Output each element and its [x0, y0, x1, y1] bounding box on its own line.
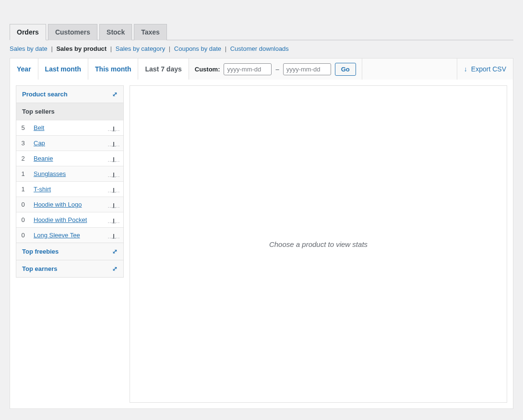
range-last-7-days[interactable]: Last 7 days — [138, 58, 189, 80]
date-range-bar: Year Last month This month Last 7 days C… — [10, 58, 513, 80]
product-link[interactable]: Long Sleeve Tee — [34, 232, 80, 239]
placeholder-text: Choose a product to view stats — [269, 240, 368, 248]
sparkline-icon — [104, 151, 123, 166]
top-sellers-label: Top sellers — [22, 108, 55, 115]
report-subnav: Sales by date | Sales by product | Sales… — [10, 45, 513, 52]
row-product: Hoodie with Pocket — [30, 212, 104, 228]
product-search-section[interactable]: Product search ⤢ — [16, 86, 123, 103]
top-freebies-section[interactable]: Top freebies ⤢ — [16, 243, 123, 260]
main-tabs: Orders Customers Stock Taxes — [10, 24, 513, 40]
date-dash: – — [275, 66, 279, 73]
row-count: 3 — [16, 136, 30, 151]
export-csv[interactable]: ↓ Export CSV — [457, 58, 513, 80]
product-link[interactable]: Hoodie with Pocket — [34, 216, 87, 223]
link-sales-by-category[interactable]: Sales by category — [116, 45, 165, 52]
report-sidebar: Product search ⤢ Top sellers 5Belt3Cap2B… — [16, 85, 124, 278]
sparkline-icon — [104, 136, 123, 151]
date-to-input[interactable] — [283, 63, 331, 75]
custom-label: Custom: — [195, 66, 220, 73]
range-last-month[interactable]: Last month — [38, 58, 88, 80]
range-custom: Custom: – Go — [189, 58, 362, 80]
table-row: 5Belt — [16, 120, 123, 136]
link-customer-downloads[interactable]: Customer downloads — [230, 45, 289, 52]
top-sellers-table: 5Belt3Cap2Beanie1Sunglasses1T-shirt0Hood… — [16, 120, 123, 243]
row-product: T-shirt — [30, 182, 104, 197]
go-button[interactable]: Go — [335, 63, 356, 76]
row-product: Cap — [30, 136, 104, 151]
product-link[interactable]: Hoodie with Logo — [34, 201, 82, 208]
sparkline-icon — [104, 120, 123, 136]
table-row: 3Cap — [16, 136, 123, 151]
table-row: 0Hoodie with Pocket — [16, 212, 123, 228]
sparkline-icon — [104, 197, 123, 212]
table-row: 1Sunglasses — [16, 166, 123, 182]
link-sales-by-date[interactable]: Sales by date — [10, 45, 48, 52]
sparkline-icon — [104, 228, 123, 243]
row-count: 1 — [16, 182, 30, 197]
tab-stock[interactable]: Stock — [99, 24, 132, 40]
row-count: 0 — [16, 212, 30, 228]
table-row: 1T-shirt — [16, 182, 123, 197]
row-count: 0 — [16, 197, 30, 212]
export-label: Export CSV — [471, 65, 506, 73]
row-product: Beanie — [30, 151, 104, 166]
table-row: 0Hoodie with Logo — [16, 197, 123, 212]
sparkline-icon — [104, 212, 123, 228]
row-count: 0 — [16, 228, 30, 243]
table-row: 2Beanie — [16, 151, 123, 166]
row-count: 5 — [16, 120, 30, 136]
tab-orders[interactable]: Orders — [10, 24, 46, 40]
product-link[interactable]: T-shirt — [34, 186, 51, 193]
sparkline-icon — [104, 182, 123, 197]
sparkline-icon — [104, 166, 123, 182]
tab-taxes[interactable]: Taxes — [134, 24, 167, 40]
report-main: Choose a product to view stats — [130, 85, 507, 403]
top-freebies-label: Top freebies — [22, 248, 59, 255]
table-row: 0Long Sleeve Tee — [16, 228, 123, 243]
top-sellers-header: Top sellers — [16, 103, 123, 120]
download-icon: ↓ — [464, 65, 467, 73]
row-product: Long Sleeve Tee — [30, 228, 104, 243]
product-link[interactable]: Cap — [34, 140, 45, 147]
row-product: Sunglasses — [30, 166, 104, 182]
top-earners-label: Top earners — [22, 265, 57, 272]
expand-icon: ⤢ — [112, 265, 118, 272]
date-from-input[interactable] — [224, 63, 272, 75]
product-search-label: Product search — [22, 91, 68, 98]
expand-icon: ⤢ — [112, 248, 118, 255]
report-body: Product search ⤢ Top sellers 5Belt3Cap2B… — [10, 80, 513, 409]
product-link[interactable]: Sunglasses — [34, 170, 66, 177]
expand-icon: ⤢ — [112, 91, 118, 98]
tab-customers[interactable]: Customers — [48, 24, 97, 40]
row-product: Hoodie with Logo — [30, 197, 104, 212]
top-earners-section[interactable]: Top earners ⤢ — [16, 260, 123, 277]
range-this-month[interactable]: This month — [88, 58, 138, 80]
link-coupons-by-date[interactable]: Coupons by date — [174, 45, 221, 52]
row-product: Belt — [30, 120, 104, 136]
product-link[interactable]: Beanie — [34, 155, 53, 162]
range-year[interactable]: Year — [10, 58, 38, 80]
link-sales-by-product[interactable]: Sales by product — [56, 45, 107, 52]
row-count: 1 — [16, 166, 30, 182]
product-link[interactable]: Belt — [34, 124, 44, 131]
row-count: 2 — [16, 151, 30, 166]
